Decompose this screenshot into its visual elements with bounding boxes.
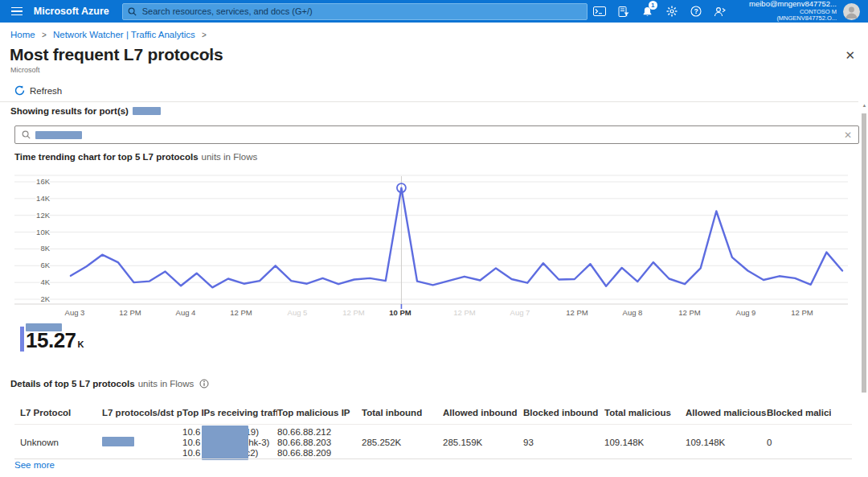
y-axis-tick-label: 10K	[36, 228, 51, 236]
avatar-person-icon	[843, 3, 860, 20]
column-header[interactable]: Total inbound	[362, 408, 443, 417]
ports-filter-input[interactable]: ✕	[14, 125, 859, 144]
showing-results-label: Showing results for port(s)	[10, 106, 161, 116]
breadcrumb-traffic-analytics-link[interactable]: Network Watcher | Traffic Analytics	[53, 30, 195, 39]
column-header[interactable]: Top IPs receiving traffi...	[182, 408, 277, 417]
ip-prefix: 10.6	[182, 427, 200, 438]
ip-prefix: 10.6	[182, 438, 200, 448]
page-subtitle: Microsoft	[10, 66, 40, 74]
directories-filter-button[interactable]	[612, 0, 636, 23]
chart-section-title: Time trending chart for top 5 L7 protoco…	[14, 152, 257, 162]
cell-top-malicious-ips: 80.66.88.21280.66.88.20380.66.88.209	[277, 427, 362, 458]
metric-value: 15.27	[26, 328, 76, 352]
x-axis-tick-label: Aug 4	[176, 308, 196, 317]
top-bar-icons: 1 ?	[588, 0, 732, 23]
clear-filter-icon[interactable]: ✕	[844, 130, 852, 141]
y-axis-tick-label: 6K	[40, 261, 50, 269]
x-axis-tick-label: Aug 7	[510, 308, 530, 317]
x-axis-tick-label: 12 PM	[342, 308, 365, 317]
account-tenant: CONTOSO M (MNGENV847752.O...	[739, 9, 837, 23]
cell-total-inbound: 285.252K	[362, 438, 443, 448]
cloud-shell-icon	[593, 6, 606, 16]
see-more-link[interactable]: See more	[14, 460, 55, 470]
y-axis-tick-label: 16K	[36, 177, 51, 186]
more-options-button[interactable]: ···	[207, 48, 219, 60]
x-axis-tick-label: 10 PM	[389, 308, 411, 317]
y-axis-tick-label: 12K	[36, 211, 51, 220]
info-icon[interactable]	[199, 379, 209, 389]
table-row-divider	[14, 458, 852, 459]
portal-menu-icon[interactable]	[0, 0, 34, 23]
ip-prefix: 10.6	[182, 448, 200, 458]
vertical-scrollbar[interactable]: ▲	[862, 103, 867, 475]
azure-portal-window: Microsoft Azure	[0, 0, 868, 477]
redacted-filter-value	[35, 131, 82, 139]
malicious-ip: 80.66.88.212	[277, 427, 355, 438]
malicious-ip: 80.66.88.209	[277, 448, 355, 458]
directories-filter-icon	[618, 6, 629, 17]
settings-button[interactable]	[660, 0, 684, 23]
redacted-value	[102, 437, 134, 446]
y-axis-tick-label: 14K	[36, 194, 51, 203]
svg-text:?: ?	[694, 7, 698, 15]
x-axis-tick-label: 12 PM	[453, 308, 476, 317]
column-header[interactable]: Allowed malicious	[686, 408, 767, 417]
column-header[interactable]: Blocked malicious	[767, 408, 831, 417]
redacted-series-label	[26, 323, 62, 331]
gear-icon	[666, 6, 678, 17]
column-header[interactable]: Top malicious IP	[277, 408, 362, 417]
column-header[interactable]: L7 protocols/dst p...	[102, 408, 182, 417]
close-blade-button[interactable]: ✕	[845, 48, 855, 63]
redacted-port-value	[133, 107, 161, 115]
column-header[interactable]: L7 Protocol	[20, 408, 102, 417]
redacted-value	[202, 426, 248, 460]
notification-count-badge: 1	[649, 1, 657, 10]
y-axis-tick-label: 2K	[40, 294, 50, 303]
question-icon: ?	[690, 6, 702, 17]
account-menu[interactable]: meibo@mngenv847752... CONTOSO M (MNGENV8…	[739, 0, 837, 23]
global-search-input[interactable]	[141, 6, 582, 17]
malicious-ip: 80.66.88.203	[277, 438, 355, 448]
table-row[interactable]: Unknown10.619)10.6-hk-3)10.6c2)80.66.88.…	[0, 427, 848, 458]
search-icon	[128, 7, 137, 16]
x-axis-tick-label: 12 PM	[119, 308, 141, 317]
column-header[interactable]: Blocked inbound	[523, 408, 604, 417]
help-button[interactable]: ?	[684, 0, 708, 23]
x-axis-tick-label: 12 PM	[791, 308, 813, 317]
cell-l7-protocol: Unknown	[20, 438, 102, 448]
y-axis-tick-label: 8K	[40, 244, 50, 253]
page-title: Most frequent L7 protocols	[10, 45, 223, 64]
table-header-divider	[14, 424, 852, 425]
azure-brand-link[interactable]: Microsoft Azure	[34, 6, 109, 17]
breadcrumb: Home > Network Watcher | Traffic Analyti…	[10, 30, 211, 39]
column-header[interactable]: Allowed inbound	[443, 408, 523, 417]
avatar[interactable]	[843, 3, 860, 20]
command-bar-divider	[0, 101, 858, 102]
ip-suffix: -hk-3)	[245, 438, 269, 448]
global-search-box[interactable]	[122, 3, 588, 20]
notifications-button[interactable]: 1	[636, 0, 660, 23]
cell-blocked-inbound: 93	[523, 438, 604, 448]
breadcrumb-home-link[interactable]: Home	[10, 30, 35, 39]
cloud-shell-button[interactable]	[588, 0, 612, 23]
cell-blocked-malicious: 0	[767, 438, 831, 448]
scrollbar-thumb[interactable]	[862, 113, 866, 393]
x-axis-tick-label: Aug 8	[623, 308, 643, 317]
x-axis-tick-label: 12 PM	[230, 308, 252, 317]
details-section-title: Details of top 5 L7 protocolsunits in Fl…	[10, 379, 209, 389]
cell-l7-protocols-dst-port	[102, 437, 182, 449]
refresh-icon	[14, 85, 25, 96]
refresh-button[interactable]: Refresh	[14, 85, 62, 96]
refresh-label: Refresh	[30, 86, 62, 96]
selected-point-metric: 15.27K	[20, 323, 84, 352]
breadcrumb-separator: >	[202, 31, 207, 39]
scrollbar-up-arrow[interactable]: ▲	[862, 103, 867, 108]
trend-line-chart[interactable]: 16K14K12K10K8K6K4K2KAug 312 PMAug 412 PM…	[14, 174, 848, 322]
feedback-button[interactable]	[708, 0, 732, 23]
top-bar: Microsoft Azure	[0, 0, 868, 23]
metric-accent-bar	[20, 327, 24, 352]
column-header[interactable]: Total malicious	[604, 408, 686, 417]
details-table-header: L7 ProtocolL7 protocols/dst p...Top IPs …	[0, 408, 848, 417]
cell-top-ips: 10.619)10.6-hk-3)10.6c2)	[182, 427, 277, 458]
x-axis-tick-label: Aug 9	[736, 308, 756, 317]
